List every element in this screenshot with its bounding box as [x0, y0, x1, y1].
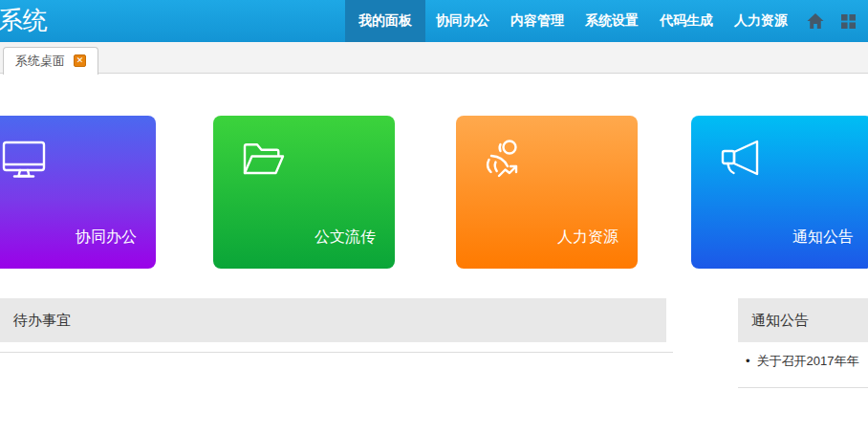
tile-label: 人力资源: [557, 228, 618, 248]
grid-icon[interactable]: [833, 0, 864, 42]
monitor-icon: [1, 137, 47, 186]
app-logo: 系统: [0, 0, 48, 42]
bullet-icon: •: [746, 354, 750, 369]
person-arrow-icon: [483, 137, 529, 186]
app-window: 系统 我的面板 协同办公 内容管理 系统设置 代码生成 人力资源: [0, 0, 868, 434]
tile-label: 通知公告: [792, 228, 854, 248]
desktop-content: 协同办公 公文流传: [0, 75, 868, 434]
todo-panel-divider: [0, 352, 673, 353]
menu-item-dashboard[interactable]: 我的面板: [345, 0, 425, 42]
menu-item-hr[interactable]: 人力资源: [724, 0, 798, 42]
tab-system-desktop[interactable]: 系统桌面 ✕: [3, 47, 98, 75]
menu-item-system-settings[interactable]: 系统设置: [575, 0, 649, 42]
tile-collab-office[interactable]: 协同办公: [0, 116, 156, 269]
notice-panel-title: 通知公告: [751, 312, 809, 328]
home-icon[interactable]: [798, 0, 833, 42]
tab-bar: 系统桌面 ✕: [0, 42, 868, 74]
notice-panel-header: 通知公告: [738, 298, 868, 342]
main-nav: 我的面板 协同办公 内容管理 系统设置 代码生成 人力资源: [345, 0, 868, 42]
tile-document-flow[interactable]: 公文流传: [213, 116, 395, 269]
tab-label: 系统桌面: [15, 53, 65, 70]
top-header: 系统 我的面板 协同办公 内容管理 系统设置 代码生成 人力资源: [0, 0, 868, 42]
close-icon[interactable]: ✕: [74, 54, 86, 67]
tile-notices[interactable]: 通知公告: [691, 116, 868, 269]
tile-label: 公文流传: [315, 228, 376, 248]
notice-item-text: 关于召开2017年年: [757, 354, 859, 369]
menu-item-code-gen[interactable]: 代码生成: [649, 0, 724, 42]
todo-panel-header: 待办事宜: [0, 298, 666, 342]
tile-label: 协同办公: [76, 228, 137, 248]
folder-open-icon: [240, 137, 286, 186]
menu-item-collab-office[interactable]: 协同办公: [425, 0, 500, 42]
menu-item-content-mgmt[interactable]: 内容管理: [500, 0, 575, 42]
notice-panel-divider: [738, 387, 868, 388]
todo-panel-title: 待办事宜: [13, 312, 71, 328]
tile-hr[interactable]: 人力资源: [456, 116, 638, 269]
megaphone-icon: [718, 137, 764, 186]
notice-list-item[interactable]: • 关于召开2017年年: [746, 354, 868, 369]
